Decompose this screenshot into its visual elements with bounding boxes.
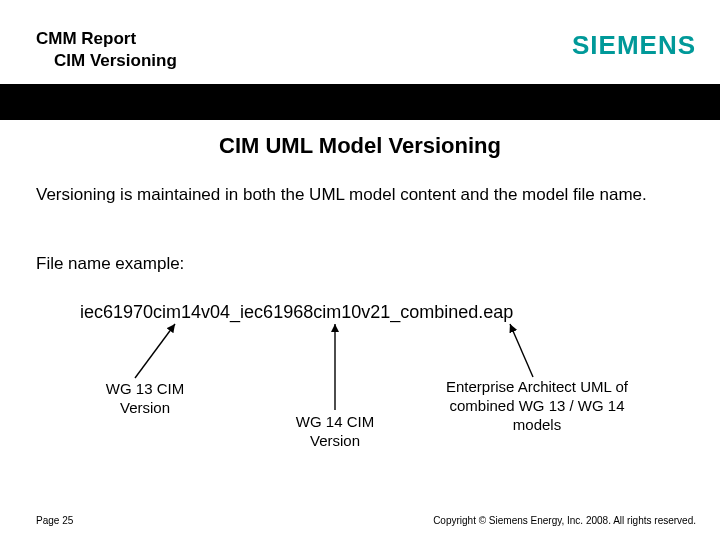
header-title-block: CMM Report CIM Versioning	[36, 28, 177, 72]
header-line1: CMM Report	[36, 28, 177, 50]
callout-wg14: WG 14 CIM Version	[275, 413, 395, 451]
slide: CMM Report CIM Versioning SIEMENS CIM UM…	[0, 0, 720, 540]
filename-example: iec61970cim14v04_iec61968cim10v21_combin…	[80, 302, 513, 323]
copyright: Copyright © Siemens Energy, Inc. 2008. A…	[433, 515, 696, 526]
page-number: Page 25	[36, 515, 73, 526]
callout-ea: Enterprise Architect UML of combined WG …	[432, 378, 642, 434]
svg-line-2	[510, 324, 533, 377]
siemens-logo: SIEMENS	[572, 30, 696, 61]
slide-title: CIM UML Model Versioning	[0, 133, 720, 159]
header: CMM Report CIM Versioning SIEMENS	[0, 0, 720, 84]
header-line2: CIM Versioning	[36, 50, 177, 72]
callout-wg13: WG 13 CIM Version	[85, 380, 205, 418]
paragraph-1: Versioning is maintained in both the UML…	[36, 184, 686, 206]
svg-line-0	[135, 324, 175, 378]
black-band	[0, 84, 720, 120]
paragraph-2: File name example:	[36, 254, 184, 274]
